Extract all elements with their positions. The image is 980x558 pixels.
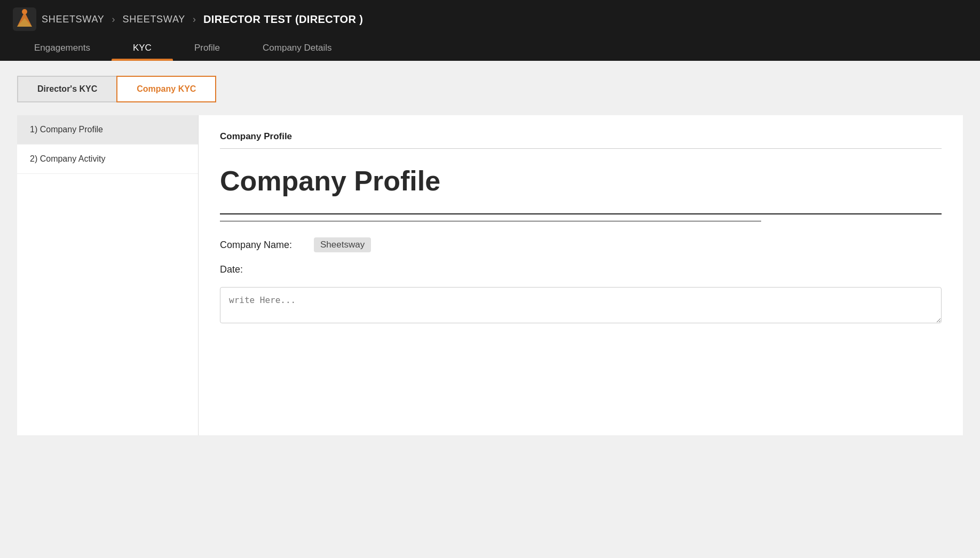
main-panel: Company Profile Company Profile Company … <box>199 115 963 435</box>
divider-line-full <box>220 213 942 214</box>
breadcrumb-sep-1: › <box>112 14 115 25</box>
top-bar: SHEETSWAY › SHEETSWAY › DIRECTOR TEST (D… <box>0 0 980 61</box>
company-name-value: Sheetsway <box>314 237 371 252</box>
company-profile-heading: Company Profile <box>220 166 942 196</box>
svg-point-3 <box>22 9 27 14</box>
kyc-tab-company[interactable]: Company KYC <box>116 76 216 102</box>
breadcrumb-row: SHEETSWAY › SHEETSWAY › DIRECTOR TEST (D… <box>13 0 967 36</box>
sidebar: 1) Company Profile 2) Company Activity <box>17 115 199 435</box>
kyc-tab-directors[interactable]: Director's KYC <box>17 76 116 102</box>
divider-line-partial <box>220 221 761 221</box>
main-layout: 1) Company Profile 2) Company Activity C… <box>17 115 963 435</box>
content-area: Director's KYC Company KYC 1) Company Pr… <box>0 61 980 558</box>
company-name-label: Company Name: <box>220 240 305 251</box>
tab-company-details[interactable]: Company Details <box>241 36 353 61</box>
breadcrumb-sep-2: › <box>193 14 196 25</box>
section-title: Company Profile <box>220 131 942 142</box>
nav-tabs-row: Engagements KYC Profile Company Details <box>13 36 967 61</box>
section-divider <box>220 148 942 149</box>
breadcrumb-middle: SHEETSWAY <box>123 14 186 25</box>
tab-profile[interactable]: Profile <box>173 36 241 61</box>
kyc-tabs: Director's KYC Company KYC <box>17 76 963 102</box>
breadcrumb-brand: SHEETSWAY <box>42 14 105 25</box>
date-label: Date: <box>220 264 305 275</box>
sheetsway-logo <box>13 7 36 31</box>
sidebar-item-company-activity[interactable]: 2) Company Activity <box>17 145 198 174</box>
company-name-row: Company Name: Sheetsway <box>220 237 942 252</box>
tab-engagements[interactable]: Engagements <box>13 36 112 61</box>
sidebar-item-company-profile[interactable]: 1) Company Profile <box>17 115 198 145</box>
tab-kyc[interactable]: KYC <box>112 36 173 61</box>
textarea-wrapper <box>220 287 942 325</box>
breadcrumb-current: DIRECTOR TEST (DIRECTOR ) <box>203 13 363 26</box>
notes-textarea[interactable] <box>220 287 942 323</box>
date-row: Date: <box>220 264 942 275</box>
